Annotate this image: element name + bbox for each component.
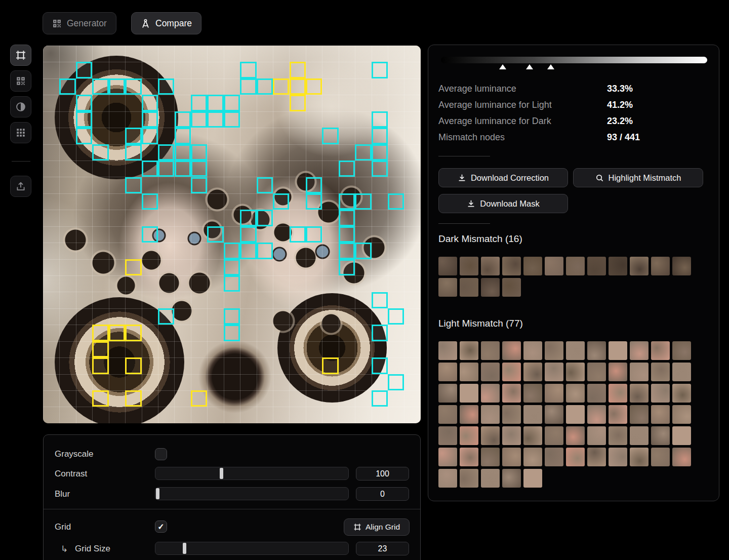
- mismatch-thumbnail[interactable]: [587, 405, 606, 424]
- mismatch-thumbnail[interactable]: [566, 341, 585, 360]
- mismatch-thumbnail[interactable]: [460, 384, 478, 403]
- mismatch-thumbnail[interactable]: [502, 448, 521, 466]
- mismatch-thumbnail[interactable]: [438, 384, 457, 403]
- mismatch-thumbnail[interactable]: [566, 426, 585, 445]
- mismatch-thumbnail[interactable]: [672, 426, 691, 445]
- mismatch-thumbnail[interactable]: [566, 257, 585, 275]
- mismatch-thumbnail[interactable]: [651, 448, 670, 466]
- mismatch-thumbnail[interactable]: [609, 341, 627, 360]
- mismatch-thumbnail[interactable]: [460, 448, 478, 466]
- mismatch-thumbnail[interactable]: [566, 363, 585, 381]
- mismatch-thumbnail[interactable]: [630, 363, 649, 381]
- contrast-value-input[interactable]: 100: [356, 467, 409, 481]
- mismatch-thumbnail[interactable]: [502, 405, 521, 424]
- mismatch-thumbnail[interactable]: [630, 384, 649, 403]
- mismatch-thumbnail[interactable]: [460, 405, 478, 424]
- compare-tab-button[interactable]: Compare: [131, 12, 201, 34]
- mismatch-thumbnail[interactable]: [545, 426, 563, 445]
- mismatch-thumbnail[interactable]: [630, 405, 649, 424]
- luminance-marker-triangle[interactable]: [499, 64, 506, 69]
- mismatch-thumbnail[interactable]: [481, 426, 500, 445]
- mismatch-thumbnail[interactable]: [630, 257, 649, 275]
- mismatch-thumbnail[interactable]: [502, 341, 521, 360]
- mismatch-thumbnail[interactable]: [651, 341, 670, 360]
- mismatch-thumbnail[interactable]: [609, 384, 627, 403]
- grid-size-value-input[interactable]: 23: [356, 542, 409, 555]
- mismatch-thumbnail[interactable]: [545, 405, 563, 424]
- sidebar-qr-tool-button[interactable]: [10, 70, 31, 92]
- image-canvas-viewport[interactable]: [43, 46, 421, 423]
- highlight-mismatch-button[interactable]: Highlight Mistmatch: [573, 168, 703, 187]
- mismatch-thumbnail[interactable]: [672, 405, 691, 424]
- grid-checkbox[interactable]: ✓: [155, 521, 167, 533]
- sidebar-upload-button[interactable]: [10, 176, 31, 197]
- mismatch-thumbnail[interactable]: [587, 384, 606, 403]
- blur-value-input[interactable]: 0: [356, 487, 409, 501]
- mismatch-thumbnail[interactable]: [438, 341, 457, 360]
- mismatch-thumbnail[interactable]: [523, 384, 542, 403]
- luminance-marker-triangle[interactable]: [547, 64, 554, 69]
- mismatch-thumbnail[interactable]: [460, 469, 478, 488]
- mismatch-thumbnail[interactable]: [609, 448, 627, 466]
- mismatch-thumbnail[interactable]: [587, 426, 606, 445]
- mismatch-thumbnail[interactable]: [523, 257, 542, 275]
- generator-tab-button[interactable]: Generator: [43, 12, 116, 34]
- mismatch-thumbnail[interactable]: [630, 426, 649, 445]
- mismatch-thumbnail[interactable]: [523, 426, 542, 445]
- mismatch-thumbnail[interactable]: [651, 426, 670, 445]
- mismatch-thumbnail[interactable]: [502, 469, 521, 488]
- mismatch-thumbnail[interactable]: [651, 363, 670, 381]
- mismatch-thumbnail[interactable]: [460, 341, 478, 360]
- mismatch-thumbnail[interactable]: [523, 363, 542, 381]
- mismatch-thumbnail[interactable]: [545, 384, 563, 403]
- mismatch-thumbnail[interactable]: [630, 448, 649, 466]
- mismatch-thumbnail[interactable]: [502, 363, 521, 381]
- mismatch-thumbnail[interactable]: [460, 278, 478, 297]
- mismatch-thumbnail[interactable]: [545, 363, 563, 381]
- mismatch-thumbnail[interactable]: [438, 426, 457, 445]
- mismatch-thumbnail[interactable]: [672, 341, 691, 360]
- mismatch-thumbnail[interactable]: [502, 257, 521, 275]
- sidebar-frame-tool-button[interactable]: [10, 45, 31, 66]
- luminance-marker-triangle[interactable]: [526, 64, 533, 69]
- mismatch-thumbnail[interactable]: [566, 384, 585, 403]
- mismatch-thumbnail[interactable]: [672, 363, 691, 381]
- mismatch-thumbnail[interactable]: [502, 278, 521, 297]
- grid-size-slider-thumb[interactable]: [183, 543, 186, 554]
- mismatch-thumbnail[interactable]: [672, 448, 691, 466]
- mismatch-thumbnail[interactable]: [545, 448, 563, 466]
- mismatch-thumbnail[interactable]: [481, 384, 500, 403]
- luminance-gradient-bar[interactable]: [441, 57, 707, 63]
- mismatch-thumbnail[interactable]: [481, 278, 500, 297]
- mismatch-thumbnail[interactable]: [502, 384, 521, 403]
- mismatch-thumbnail[interactable]: [587, 341, 606, 360]
- mismatch-thumbnail[interactable]: [651, 384, 670, 403]
- mismatch-thumbnail[interactable]: [566, 448, 585, 466]
- mismatch-thumbnail[interactable]: [481, 257, 500, 275]
- mismatch-thumbnail[interactable]: [609, 405, 627, 424]
- mismatch-thumbnail[interactable]: [481, 405, 500, 424]
- download-correction-button[interactable]: Download Correction: [438, 168, 568, 187]
- mismatch-thumbnail[interactable]: [523, 341, 542, 360]
- mismatch-thumbnail[interactable]: [438, 448, 457, 466]
- mismatch-thumbnail[interactable]: [460, 426, 478, 445]
- mismatch-thumbnail[interactable]: [523, 448, 542, 466]
- mismatch-thumbnail[interactable]: [545, 341, 563, 360]
- mismatch-thumbnail[interactable]: [609, 363, 627, 381]
- mismatch-thumbnail[interactable]: [672, 384, 691, 403]
- mismatch-thumbnail[interactable]: [438, 278, 457, 297]
- sidebar-contrast-tool-button[interactable]: [10, 96, 31, 117]
- mismatch-thumbnail[interactable]: [609, 426, 627, 445]
- mismatch-thumbnail[interactable]: [481, 341, 500, 360]
- grayscale-checkbox[interactable]: [155, 448, 167, 460]
- grid-size-slider[interactable]: [155, 542, 349, 555]
- mismatch-thumbnail[interactable]: [545, 257, 563, 275]
- mismatch-thumbnail[interactable]: [502, 426, 521, 445]
- mismatch-thumbnail[interactable]: [609, 257, 627, 275]
- mismatch-thumbnail[interactable]: [460, 363, 478, 381]
- mismatch-thumbnail[interactable]: [481, 469, 500, 488]
- mismatch-thumbnail[interactable]: [651, 257, 670, 275]
- contrast-slider-thumb[interactable]: [220, 468, 223, 479]
- contrast-slider[interactable]: [155, 467, 349, 480]
- mismatch-thumbnail[interactable]: [438, 405, 457, 424]
